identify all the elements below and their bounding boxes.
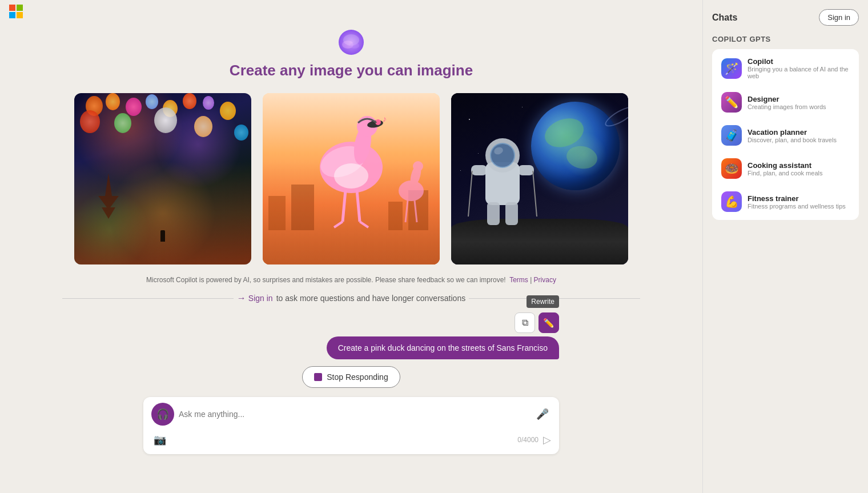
user-avatar: 🎧 — [151, 403, 174, 426]
sidebar-header: Chats Sign in — [712, 9, 859, 26]
right-sidebar: Chats Sign in Copilot GPTs 🪄 Copilot Bri… — [702, 0, 868, 493]
fitness-emoji: 💪 — [725, 195, 739, 209]
svg-rect-26 — [471, 165, 487, 175]
gallery-image-flamingo: ♪ — [263, 93, 440, 264]
mic-icon: 🎤 — [536, 408, 549, 420]
copy-icon: ⧉ — [522, 318, 528, 328]
vacation-gpt-icon: 🧳 — [721, 125, 742, 146]
designer-emoji: ✏️ — [725, 95, 739, 109]
signin-arrow-icon: → — [237, 293, 246, 303]
send-button[interactable]: ▷ — [543, 434, 551, 446]
svg-point-24 — [491, 144, 514, 167]
svg-line-15 — [360, 222, 368, 227]
copilot-gpt-icon: 🪄 — [721, 58, 742, 79]
cooking-gpt-icon: 🍩 — [721, 158, 742, 179]
svg-line-14 — [334, 222, 343, 227]
gpt-item-fitness[interactable]: 💪 Fitness trainer Fitness programs and w… — [714, 186, 857, 218]
svg-text:♪: ♪ — [383, 114, 387, 123]
signin-prompt: → Sign in to ask more questions and have… — [37, 293, 665, 303]
terms-link[interactable]: Terms — [509, 276, 528, 284]
input-row: 🎧 🎤 — [151, 403, 551, 426]
svg-rect-27 — [518, 165, 534, 175]
gpt-item-vacation[interactable]: 🧳 Vacation planner Discover, plan, and b… — [714, 119, 857, 151]
copilot-logo-icon — [337, 29, 365, 56]
svg-line-19 — [405, 201, 408, 222]
stop-square-icon — [314, 373, 322, 381]
designer-gpt-text: Designer Creating images from words — [748, 95, 826, 110]
avatar-icon: 🎧 — [156, 408, 169, 420]
edit-button[interactable]: ✏️ — [539, 312, 559, 333]
action-icons: ⧉ ✏️ — [515, 312, 559, 333]
user-message-bubble: Create a pink duck dancing on the street… — [327, 336, 559, 359]
char-count: 0/4000 ▷ — [517, 434, 551, 446]
privacy-link[interactable]: Privacy — [534, 276, 556, 284]
edit-icon: ✏️ — [543, 318, 554, 328]
input-footer: 📷 0/4000 ▷ — [151, 429, 551, 448]
svg-point-6 — [334, 163, 368, 189]
gpt-item-copilot[interactable]: 🪄 Copilot Bringing you a balance of AI a… — [714, 51, 857, 85]
sidebar-sign-in-button[interactable]: Sign in — [819, 9, 859, 26]
designer-gpt-icon: ✏️ — [721, 92, 742, 113]
camera-icon: 📷 — [154, 434, 166, 446]
hero-title: Create any image you can imagine — [230, 62, 473, 79]
stop-button-row: Stop Responding — [143, 366, 559, 397]
copy-button[interactable]: ⧉ — [515, 312, 535, 333]
send-icon: ▷ — [543, 434, 551, 446]
fitness-gpt-text: Fitness trainer Fitness programs and wel… — [748, 194, 846, 210]
svg-rect-29 — [505, 202, 518, 225]
gallery-image-astronaut — [451, 93, 628, 264]
image-upload-button[interactable]: 📷 — [151, 431, 168, 448]
input-box: 🎧 🎤 📷 0/4000 — [143, 397, 559, 454]
copilot-gpts-label: Copilot GPTs — [712, 35, 859, 43]
sidebar-title: Chats — [712, 13, 737, 23]
fitness-gpt-icon: 💪 — [721, 191, 742, 212]
signin-link[interactable]: → Sign in — [237, 293, 273, 303]
svg-line-20 — [415, 201, 417, 222]
message-input[interactable] — [179, 410, 529, 419]
gpt-item-cooking[interactable]: 🍩 Cooking assistant Find, plan, and cook… — [714, 153, 857, 185]
svg-line-30 — [468, 171, 472, 217]
vacation-emoji: 🧳 — [725, 129, 739, 142]
svg-point-18 — [413, 161, 423, 171]
gallery-image-lanterns — [74, 93, 251, 264]
top-bar — [0, 0, 702, 23]
bottom-section: Rewrite ⧉ ✏️ Create a pink duck dancing … — [37, 312, 665, 460]
image-gallery: ♪ — [74, 93, 628, 264]
svg-rect-28 — [487, 202, 500, 225]
copilot-gpt-text: Copilot Bringing you a balance of AI and… — [748, 57, 850, 79]
stop-responding-button[interactable]: Stop Responding — [302, 366, 400, 388]
copilot-emoji: 🪄 — [725, 62, 739, 75]
svg-line-13 — [357, 190, 360, 222]
center-area: Create any image you can imagine — [37, 29, 665, 460]
message-area: Rewrite ⧉ ✏️ Create a pink duck dancing … — [134, 312, 568, 397]
svg-point-3 — [350, 43, 359, 49]
svg-line-12 — [343, 190, 345, 222]
disclaimer-text: Microsoft Copilot is powered by AI, so s… — [146, 276, 556, 284]
microsoft-logo — [9, 5, 23, 18]
vacation-gpt-text: Vacation planner Discover, plan, and boo… — [748, 128, 837, 143]
input-area: 🎧 🎤 📷 0/4000 — [134, 397, 568, 454]
microphone-button[interactable]: 🎤 — [534, 406, 551, 423]
cooking-gpt-text: Cooking assistant Find, plan, and cook m… — [748, 161, 822, 177]
svg-line-31 — [533, 171, 537, 217]
gpt-item-designer[interactable]: ✏️ Designer Creating images from words — [714, 86, 857, 118]
cooking-emoji: 🍩 — [725, 162, 739, 175]
gpt-list: 🪄 Copilot Bringing you a balance of AI a… — [712, 49, 859, 220]
